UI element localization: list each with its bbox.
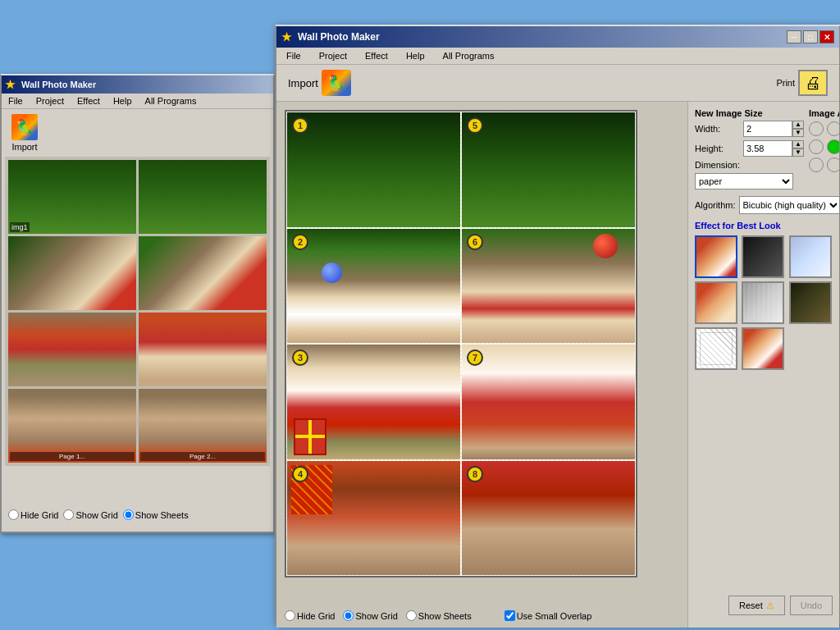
bg-thumb-5[interactable] <box>8 313 136 386</box>
bg-title: Wall Photo Maker <box>21 80 96 89</box>
align-dot-bc[interactable] <box>827 158 839 172</box>
photo-cell-7[interactable]: 7 <box>461 344 636 460</box>
top-controls: New Image Size Width: ▲ ▼ Height: <box>695 108 833 189</box>
bg-radio-showsheets[interactable]: Show Sheets <box>123 509 189 520</box>
undo-button[interactable]: Undo <box>790 596 833 615</box>
main-menu-help[interactable]: Help <box>401 49 430 62</box>
height-up[interactable]: ▲ <box>792 140 804 148</box>
height-input[interactable] <box>743 140 792 157</box>
bg-toolbar: 🦜 Import <box>2 109 273 157</box>
main-menu-allprograms[interactable]: All Programs <box>438 49 500 62</box>
bg-thumb-2[interactable] <box>139 160 267 234</box>
effect-7[interactable] <box>695 327 737 370</box>
height-row: Height: ▲ ▼ <box>695 140 804 157</box>
align-dot-tc[interactable] <box>827 121 839 136</box>
effect-2[interactable] <box>742 235 784 278</box>
bg-import-icon: 🦜 <box>11 114 38 140</box>
bg-thumb-6[interactable] <box>139 313 267 386</box>
canvas-area: 1 5 2 <box>276 102 687 628</box>
align-grid <box>809 121 839 174</box>
bg-titlebar: Wall Photo Maker <box>2 75 273 94</box>
bg-menu-help[interactable]: Help <box>110 95 135 107</box>
bg-import-button[interactable]: 🦜 Import <box>5 112 44 153</box>
title-icon <box>5 78 18 91</box>
bg-thumb-7[interactable]: Page 1... <box>8 389 136 463</box>
maximize-button[interactable]: □ <box>803 30 818 43</box>
bg-thumb-1[interactable]: img1 <box>8 160 136 234</box>
main-title-icon <box>281 30 294 43</box>
height-spinner: ▲ ▼ <box>792 140 804 157</box>
cell-number-6: 6 <box>467 234 483 250</box>
bg-thumb-3[interactable] <box>8 236 136 310</box>
photo-cell-3[interactable]: 3 <box>286 344 461 460</box>
import-label: Import <box>288 77 318 89</box>
photo-cell-5[interactable]: 5 <box>461 112 636 228</box>
bg-radio-group: Hide Grid Show Grid Show Sheets <box>2 504 195 525</box>
import-icon: 🦜 <box>322 70 351 96</box>
effect-4[interactable] <box>695 281 737 324</box>
overlap-checkbox[interactable]: Use Small Overlap <box>504 610 592 621</box>
photo-cell-8[interactable]: 8 <box>461 460 636 577</box>
bg-menu-allprograms[interactable]: All Programs <box>142 95 200 107</box>
width-down[interactable]: ▼ <box>792 129 804 137</box>
bg-menu-effect[interactable]: Effect <box>74 95 103 107</box>
effects-grid <box>695 235 833 370</box>
cell-number-4: 4 <box>292 466 308 482</box>
radio-hidegrid[interactable]: Hide Grid <box>285 610 335 621</box>
close-button[interactable]: ✕ <box>819 30 834 43</box>
bg-thumb-4[interactable] <box>139 236 267 310</box>
photo-cell-1[interactable]: 1 <box>286 112 461 228</box>
effect-section: Effect for Best Look <box>695 221 833 370</box>
radio-showsheets[interactable]: Show Sheets <box>406 610 472 621</box>
cell-number-7: 7 <box>467 349 483 366</box>
bg-radio-hidegrid[interactable]: Hide Grid <box>8 509 58 520</box>
image-align-section: Image Align <box>809 108 839 189</box>
dimension-select[interactable]: paper inches cm pixels <box>695 173 793 189</box>
effect-6[interactable] <box>789 281 832 324</box>
cell-number-8: 8 <box>467 466 483 482</box>
cell-number-2: 2 <box>292 234 308 250</box>
bg-import-label: Import <box>11 142 37 152</box>
align-dot-tl[interactable] <box>809 121 824 136</box>
align-dot-ml[interactable] <box>809 139 824 154</box>
algorithm-select[interactable]: Bicubic (high quality) Bilinear Nearest … <box>739 196 839 214</box>
effect-3[interactable] <box>789 235 832 278</box>
height-label: Height: <box>695 144 740 153</box>
bg-menu-file[interactable]: File <box>5 95 26 107</box>
bg-menu-project[interactable]: Project <box>33 95 67 107</box>
effect-1[interactable] <box>695 235 737 278</box>
photo-cell-2[interactable]: 2 <box>286 228 461 345</box>
main-menu-effect[interactable]: Effect <box>360 49 393 62</box>
main-import-button[interactable]: Import 🦜 <box>281 68 358 98</box>
radio-showgrid[interactable]: Show Grid <box>343 610 397 621</box>
print-label: Print <box>776 78 795 88</box>
algorithm-label: Algorithm: <box>695 200 736 210</box>
width-label: Width: <box>695 124 740 134</box>
height-down[interactable]: ▼ <box>792 148 804 157</box>
main-menubar: File Project Effect Help All Programs <box>276 48 839 65</box>
effect-8[interactable] <box>742 327 784 370</box>
main-menu-project[interactable]: Project <box>314 49 352 62</box>
algorithm-row: Algorithm: Bicubic (high quality) Biline… <box>695 196 833 214</box>
cell-number-3: 3 <box>292 349 308 366</box>
window-controls: ─ □ ✕ <box>787 30 834 43</box>
main-title: Wall Photo Maker <box>298 31 380 43</box>
width-input[interactable] <box>743 121 792 137</box>
width-spinner: ▲ ▼ <box>792 121 804 137</box>
align-dot-bl[interactable] <box>809 158 824 172</box>
main-print-button[interactable]: Print 🖨 <box>769 68 834 98</box>
bg-radio-showgrid[interactable]: Show Grid <box>63 509 117 520</box>
align-dot-mc[interactable] <box>827 139 839 154</box>
photo-canvas: 1 5 2 <box>285 110 637 578</box>
image-size-title: New Image Size <box>695 108 804 118</box>
photo-cell-6[interactable]: 6 <box>461 228 636 345</box>
reset-button[interactable]: Reset ⚠ <box>728 596 785 615</box>
minimize-button[interactable]: ─ <box>787 30 801 43</box>
bg-thumb-8[interactable]: Page 2... <box>139 389 267 463</box>
width-up[interactable]: ▲ <box>792 121 804 129</box>
main-menu-file[interactable]: File <box>281 49 306 62</box>
main-toolbar: Import 🦜 Print 🖨 <box>276 65 839 102</box>
photo-cell-4[interactable]: 4 <box>286 460 461 577</box>
dimension-label: Dimension: <box>695 160 740 170</box>
effect-5[interactable] <box>742 281 784 324</box>
